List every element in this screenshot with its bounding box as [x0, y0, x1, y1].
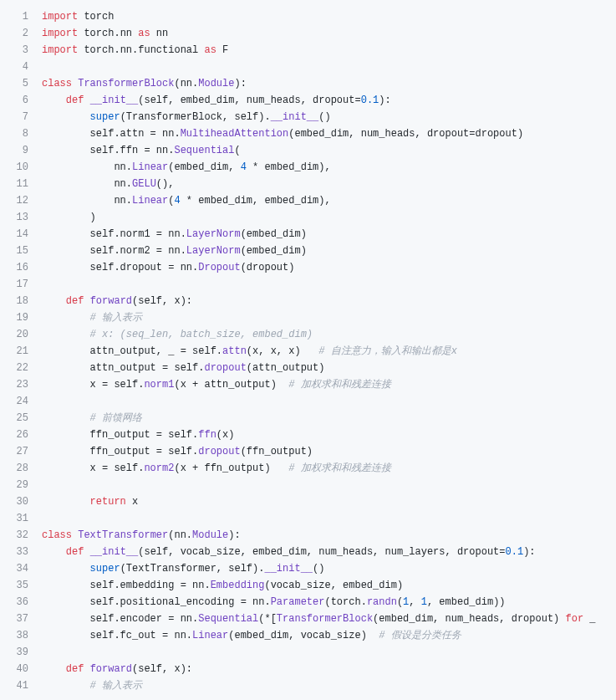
- line-content: x = self.norm1(x + attn_output) # 加权求和和残…: [42, 376, 616, 393]
- code-token: __init__: [271, 111, 319, 123]
- code-token: * embed_dim),: [247, 161, 331, 173]
- code-token: MultiheadAttention: [181, 128, 289, 140]
- line-number: 25: [0, 410, 42, 427]
- line-number: 29: [0, 477, 42, 493]
- line-number: 1: [0, 8, 42, 25]
- line-number: 13: [0, 209, 42, 226]
- line-content: x = self.norm2(x + ffn_output) # 加权求和和残差…: [42, 460, 616, 477]
- code-token: (embed_dim): [241, 245, 307, 257]
- code-token: (nn.: [174, 78, 198, 89]
- code-token: ffn_output = self.: [42, 429, 198, 441]
- code-token: [84, 295, 89, 307]
- code-token: (),: [156, 178, 175, 190]
- code-token: randn: [367, 596, 397, 608]
- code-token: [84, 546, 89, 558]
- line-number: 10: [0, 159, 42, 176]
- line-content: nn.Linear(embed_dim, 4 * embed_dim),: [42, 159, 616, 176]
- code-token: ): [42, 212, 96, 223]
- code-line: 3import torch.nn.functional as F: [0, 42, 616, 59]
- code-token: forward: [90, 295, 132, 307]
- line-content: super(TransformerBlock, self).__init__(): [42, 109, 616, 125]
- code-token: [42, 680, 90, 692]
- line-number: 19: [0, 309, 42, 326]
- code-token: Module: [198, 78, 234, 89]
- code-token: 1: [421, 596, 427, 608]
- code-token: Parameter: [271, 596, 325, 608]
- code-token: ):: [234, 78, 246, 89]
- code-token: nn.: [42, 161, 132, 173]
- line-content: self.norm1 = nn.LayerNorm(embed_dim): [42, 226, 616, 243]
- code-token: # 假设是分类任务: [379, 630, 461, 641]
- code-token: class: [42, 529, 72, 541]
- line-number: 37: [0, 611, 42, 627]
- code-line: 31: [0, 510, 616, 527]
- code-token: (x + attn_output): [174, 379, 288, 391]
- line-content: self.positional_encoding = nn.Parameter(…: [42, 594, 616, 611]
- code-line: 16 self.dropout = nn.Dropout(dropout): [0, 259, 616, 276]
- line-number: 3: [0, 42, 42, 59]
- code-token: Sequential: [174, 145, 234, 156]
- line-number: 38: [0, 627, 42, 644]
- code-token: LayerNorm: [186, 245, 241, 257]
- code-line: 9 self.ffn = nn.Sequential(: [0, 142, 616, 159]
- code-token: # 输入表示: [90, 680, 142, 692]
- code-token: torch.nn: [78, 28, 138, 39]
- line-content: self.encoder = nn.Sequential(*[Transform…: [42, 611, 616, 627]
- code-line: 40 def forward(self, x):: [0, 661, 616, 677]
- code-token: self.fc_out = nn.: [42, 630, 192, 641]
- code-token: Linear: [132, 195, 168, 207]
- code-token: norm1: [144, 379, 174, 391]
- line-content: self.dropout = nn.Dropout(dropout): [42, 259, 616, 276]
- code-line: 4: [0, 59, 616, 75]
- code-token: attn_output = self.: [42, 362, 204, 374]
- code-token: # 加权求和和残差连接: [288, 462, 390, 474]
- code-token: [84, 663, 89, 675]
- code-token: super: [90, 563, 120, 575]
- line-content: # 前馈网络: [42, 410, 616, 427]
- line-number: 7: [0, 109, 42, 125]
- code-line: 17: [0, 276, 616, 293]
- code-line: 32class TextTransformer(nn.Module):: [0, 527, 616, 544]
- code-token: nn.: [42, 178, 132, 190]
- line-content: [42, 59, 616, 75]
- line-content: self.fc_out = nn.Linear(embed_dim, vocab…: [42, 627, 616, 644]
- code-token: ffn: [198, 429, 216, 441]
- code-line: 7 super(TransformerBlock, self).__init__…: [0, 109, 616, 125]
- code-token: # x: (seq_len, batch_size, embed_dim): [90, 329, 313, 340]
- line-content: self.ffn = nn.Sequential(: [42, 142, 616, 159]
- code-token: LayerNorm: [186, 228, 241, 240]
- code-token: Embedding: [211, 580, 265, 591]
- code-token: (): [318, 111, 330, 123]
- code-token: TransformerBlock: [78, 78, 174, 89]
- line-content: def forward(self, x):: [42, 293, 616, 309]
- code-token: ):: [523, 546, 535, 558]
- line-number: 20: [0, 326, 42, 343]
- code-line: 36 self.positional_encoding = nn.Paramet…: [0, 594, 616, 611]
- code-line: 29: [0, 477, 616, 493]
- line-number: 11: [0, 176, 42, 192]
- line-content: [42, 477, 616, 493]
- code-token: [42, 295, 66, 307]
- line-number: 2: [0, 25, 42, 42]
- code-token: self.ffn = nn.: [42, 145, 174, 156]
- code-token: return: [90, 496, 126, 508]
- code-line: 19 # 输入表示: [0, 309, 616, 326]
- code-token: (*[: [258, 613, 277, 625]
- code-token: self.positional_encoding = nn.: [42, 596, 271, 608]
- code-token: x: [126, 496, 138, 508]
- code-token: (x, x, x): [247, 345, 318, 357]
- line-content: return x: [42, 493, 616, 510]
- code-token: [42, 95, 66, 106]
- code-line: 21 attn_output, _ = self.attn(x, x, x) #…: [0, 343, 616, 360]
- code-token: as: [138, 28, 150, 39]
- line-content: self.attn = nn.MultiheadAttention(embed_…: [42, 125, 616, 142]
- code-token: # 输入表示: [90, 312, 142, 324]
- line-number: 30: [0, 493, 42, 510]
- line-number: 18: [0, 293, 42, 309]
- code-token: (vocab_size, embed_dim): [264, 580, 403, 591]
- code-line: 34 super(TextTransformer, self).__init__…: [0, 560, 616, 577]
- code-token: (self, embed_dim, num_heads, dropout=: [138, 95, 360, 106]
- code-token: Linear: [192, 630, 228, 641]
- line-content: [42, 276, 616, 293]
- code-line: 6 def __init__(self, embed_dim, num_head…: [0, 92, 616, 109]
